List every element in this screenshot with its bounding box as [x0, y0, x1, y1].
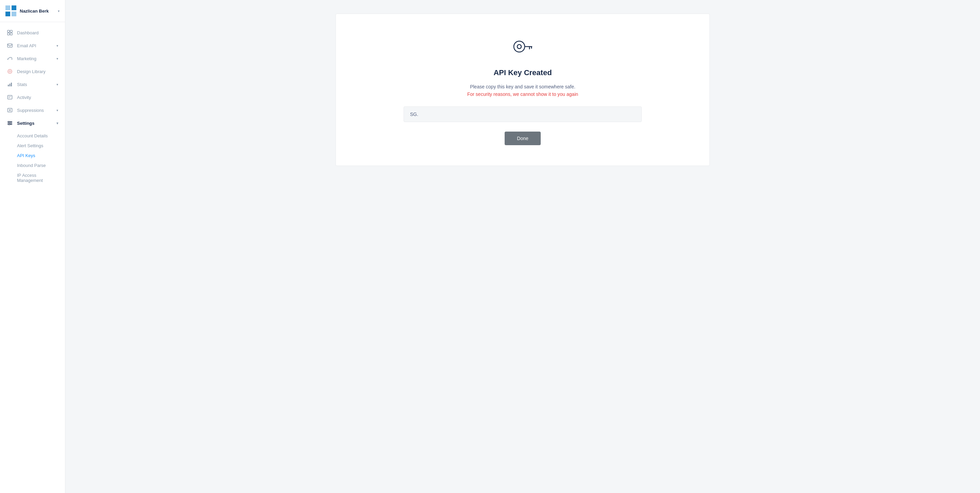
sidebar-item-email-api-label: Email API — [17, 43, 52, 48]
sendgrid-logo — [5, 5, 16, 16]
key-icon-container — [511, 34, 535, 60]
dashboard-icon — [7, 30, 13, 36]
settings-sub-nav: Account Details Alert Settings API Keys … — [0, 130, 65, 187]
sidebar-item-dashboard-label: Dashboard — [17, 30, 58, 35]
sidebar-item-settings[interactable]: Settings ▾ — [0, 117, 65, 130]
svg-rect-8 — [8, 44, 12, 47]
sidebar-item-design-library-label: Design Library — [17, 69, 58, 74]
sub-nav-item-alert-settings[interactable]: Alert Settings — [0, 141, 65, 151]
sidebar-item-settings-label: Settings — [17, 121, 52, 126]
sidebar-item-activity-label: Activity — [17, 95, 58, 100]
suppressions-chevron-icon: ▾ — [56, 108, 58, 112]
sidebar-item-suppressions[interactable]: Suppressions ▾ — [0, 104, 65, 117]
settings-chevron-icon: ▾ — [56, 121, 58, 125]
svg-rect-4 — [8, 30, 10, 32]
sidebar: Nazlican Berk ▾ Dashboard — [0, 0, 65, 493]
sidebar-item-stats[interactable]: Stats ▾ — [0, 78, 65, 91]
sidebar-item-email-api[interactable]: Email API ▾ — [0, 39, 65, 52]
email-api-chevron-icon: ▾ — [56, 44, 58, 48]
svg-rect-6 — [8, 33, 10, 35]
svg-point-21 — [9, 124, 10, 125]
svg-rect-1 — [5, 11, 10, 16]
card-warning: For security reasons, we cannot show it … — [467, 92, 578, 97]
card-subtitle: Please copy this key and save it somewhe… — [470, 84, 576, 89]
sub-nav-item-api-keys[interactable]: API Keys — [0, 151, 65, 160]
sidebar-header[interactable]: Nazlican Berk ▾ — [0, 0, 65, 22]
svg-rect-2 — [11, 5, 16, 10]
settings-icon — [7, 120, 13, 126]
svg-rect-14 — [8, 95, 12, 99]
svg-rect-5 — [10, 30, 12, 32]
marketing-icon — [7, 55, 13, 62]
done-button[interactable]: Done — [504, 132, 540, 145]
sub-nav-item-ip-access-management[interactable]: IP Access Management — [0, 170, 65, 185]
key-icon — [511, 34, 535, 59]
sub-nav-item-account-details[interactable]: Account Details — [0, 131, 65, 141]
api-key-display: SG. — [404, 106, 642, 122]
main-content: API Key Created Please copy this key and… — [65, 0, 980, 493]
design-library-icon — [7, 68, 13, 75]
svg-point-23 — [517, 44, 521, 49]
sidebar-item-stats-label: Stats — [17, 82, 52, 87]
stats-chevron-icon: ▾ — [56, 82, 58, 86]
svg-rect-13 — [11, 82, 12, 86]
svg-rect-11 — [8, 85, 9, 86]
card-title: API Key Created — [493, 68, 552, 77]
api-key-created-card: API Key Created Please copy this key and… — [336, 14, 710, 166]
svg-point-10 — [8, 69, 12, 73]
sidebar-item-marketing[interactable]: Marketing ▾ — [0, 52, 65, 65]
activity-icon — [7, 94, 13, 100]
sub-nav-item-inbound-parse[interactable]: Inbound Parse — [0, 160, 65, 170]
svg-point-20 — [10, 123, 11, 124]
svg-point-19 — [8, 121, 10, 122]
user-name: Nazlican Berk — [20, 8, 54, 14]
marketing-chevron-icon: ▾ — [56, 57, 58, 60]
svg-rect-0 — [5, 5, 10, 10]
sidebar-item-suppressions-label: Suppressions — [17, 108, 52, 113]
svg-point-22 — [514, 41, 525, 52]
svg-rect-12 — [10, 84, 11, 86]
user-chevron-icon: ▾ — [58, 9, 60, 13]
sidebar-item-marketing-label: Marketing — [17, 56, 52, 61]
email-api-icon — [7, 43, 13, 49]
sidebar-item-activity[interactable]: Activity — [0, 91, 65, 104]
sidebar-nav: Dashboard Email API ▾ Marketing — [0, 22, 65, 191]
svg-point-9 — [8, 59, 8, 60]
stats-icon — [7, 81, 13, 87]
sidebar-item-dashboard[interactable]: Dashboard — [0, 26, 65, 39]
svg-rect-3 — [11, 11, 16, 16]
sidebar-item-design-library[interactable]: Design Library — [0, 65, 65, 78]
suppressions-icon — [7, 107, 13, 113]
svg-rect-7 — [10, 33, 12, 35]
